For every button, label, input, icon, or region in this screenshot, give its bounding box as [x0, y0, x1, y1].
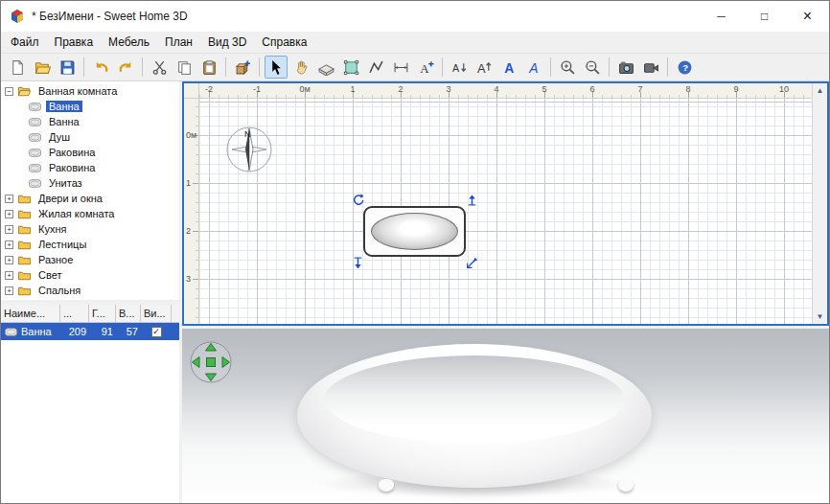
column-header-4[interactable]: Ви...	[141, 305, 172, 322]
toolbar-create-rooms-button[interactable]	[339, 56, 362, 79]
vertical-ruler: 0м123	[184, 99, 199, 324]
tree-folder-5[interactable]: +Разное	[5, 252, 179, 267]
menu-item-1[interactable]: Правка	[47, 33, 102, 52]
toolbar-decrease-text-size-button[interactable]: A	[448, 56, 471, 79]
h-ruler-label: 8	[685, 84, 690, 94]
expand-icon[interactable]: +	[5, 225, 13, 234]
plan-view[interactable]: -2-10м12345678910 0м123 N	[182, 81, 829, 326]
toolbar-pan-button[interactable]	[289, 56, 312, 79]
expand-icon[interactable]: +	[5, 271, 13, 280]
toolbar-create-video-button[interactable]	[639, 56, 662, 79]
column-header-2[interactable]: Г...	[89, 305, 116, 322]
table-row-0[interactable]: Ванна2099157✓	[1, 323, 179, 340]
expand-icon[interactable]: +	[5, 195, 13, 203]
tree-item-0-5[interactable]: Унитаз	[5, 175, 179, 191]
menu-item-3[interactable]: План	[157, 33, 200, 52]
svg-text:?: ?	[682, 62, 688, 73]
menu-item-4[interactable]: Вид 3D	[200, 33, 254, 52]
close-button[interactable]: ×	[786, 1, 829, 32]
toolbar-italic-button[interactable]: A	[522, 56, 545, 79]
title-bar: * БезИмени - Sweet Home 3D ─ □ ×	[1, 1, 829, 32]
tree-folder-label: Свет	[35, 269, 64, 281]
menu-item-0[interactable]: Файл	[3, 33, 47, 52]
3d-navigation-control[interactable]	[189, 340, 233, 384]
toolbar-new-home-button[interactable]	[6, 56, 29, 79]
plan-bathtub[interactable]	[363, 206, 466, 257]
cut-icon	[151, 59, 168, 76]
tree-folder-1[interactable]: +Двери и окна	[5, 191, 179, 206]
toolbar-create-texts-button[interactable]: A	[414, 56, 437, 79]
tree-folder-2[interactable]: +Жилая комната	[5, 206, 179, 221]
column-header-1[interactable]: ...	[60, 305, 89, 322]
app-window: * БезИмени - Sweet Home 3D ─ □ × ФайлПра…	[0, 0, 830, 504]
h-ruler-label: 10	[779, 84, 789, 94]
toolbar-zoom-in-button[interactable]	[556, 56, 579, 79]
toolbar-copy-button[interactable]	[173, 56, 196, 79]
height-indicator-icon[interactable]	[352, 257, 364, 269]
3d-view[interactable]	[182, 329, 829, 503]
toolbar-save-button[interactable]	[56, 56, 79, 79]
v-ruler-label: 1	[186, 178, 191, 188]
toolbar-increase-text-size-button[interactable]: A	[473, 56, 496, 79]
column-header-0[interactable]: Наиме...	[1, 305, 60, 322]
toolbar-bold-button[interactable]: A	[497, 56, 520, 79]
svg-text:A: A	[477, 60, 486, 75]
maximize-button[interactable]: □	[743, 1, 786, 32]
minimize-button[interactable]: ─	[700, 1, 743, 32]
toolbar-create-dimensions-button[interactable]	[389, 56, 412, 79]
create-rooms-icon	[343, 59, 359, 76]
folder-icon	[17, 192, 32, 206]
add-furniture-icon	[235, 59, 251, 76]
toolbar-create-walls-button[interactable]	[314, 56, 337, 79]
furniture-thumb-icon	[28, 146, 42, 160]
elevation-indicator-icon[interactable]	[466, 194, 478, 206]
left-panel: −Ванная комнатаВаннаВаннаДушРаковинаРако…	[1, 81, 179, 503]
compass[interactable]: N	[223, 124, 275, 175]
plan-vertical-scrollbar[interactable]: ▲ ▼	[812, 83, 827, 324]
menu-item-5[interactable]: Справка	[254, 33, 314, 52]
toolbar-select-button[interactable]	[265, 56, 288, 79]
expand-icon[interactable]: +	[5, 241, 13, 249]
expand-icon[interactable]: +	[5, 286, 13, 295]
rotate-indicator-icon[interactable]	[352, 194, 364, 206]
tree-folder-label: Кухня	[35, 223, 69, 235]
zoom-out-icon	[585, 59, 601, 76]
resize-indicator-icon[interactable]	[466, 257, 478, 269]
tree-item-0-3[interactable]: Раковина	[5, 145, 179, 160]
collapse-icon[interactable]: −	[5, 87, 13, 96]
tree-folder-4[interactable]: +Лестницы	[5, 237, 179, 252]
tree-folder-0[interactable]: −Ванная комната	[5, 83, 179, 99]
column-header-3[interactable]: В...	[116, 305, 141, 322]
toolbar-open-button[interactable]	[31, 56, 54, 79]
visible-checkbox[interactable]: ✓	[151, 327, 162, 337]
expand-icon[interactable]: +	[5, 256, 13, 264]
toolbar-separator	[83, 57, 84, 77]
tree-item-label: Унитаз	[46, 177, 85, 189]
toolbar-create-polylines-button[interactable]	[364, 56, 387, 79]
tree-item-0-0[interactable]: Ванна	[5, 99, 179, 114]
plan-canvas[interactable]: N	[199, 99, 812, 324]
tree-item-0-4[interactable]: Раковина	[5, 160, 179, 175]
toolbar-cut-button[interactable]	[148, 56, 171, 79]
bathtub-basin	[371, 213, 458, 250]
toolbar-paste-button[interactable]	[197, 56, 220, 79]
toolbar-add-furniture-button[interactable]	[231, 56, 254, 79]
scrollbar-track[interactable]	[813, 98, 827, 309]
svg-text:A: A	[504, 59, 514, 75]
scroll-up-icon[interactable]: ▲	[813, 83, 827, 98]
tree-folder-7[interactable]: +Спальня	[5, 283, 179, 298]
tree-folder-3[interactable]: +Кухня	[5, 221, 179, 237]
save-icon	[59, 59, 76, 76]
toolbar-redo-button[interactable]	[114, 56, 137, 79]
menu-item-2[interactable]: Мебель	[101, 33, 157, 52]
toolbar-help-button[interactable]: ?	[673, 56, 696, 79]
toolbar-zoom-out-button[interactable]	[581, 56, 604, 79]
tree-item-0-1[interactable]: Ванна	[5, 114, 179, 129]
toolbar-undo-button[interactable]	[89, 56, 112, 79]
scroll-down-icon[interactable]: ▼	[813, 309, 827, 324]
open-icon	[35, 59, 51, 76]
expand-icon[interactable]: +	[5, 210, 13, 218]
tree-folder-6[interactable]: +Свет	[5, 267, 179, 283]
tree-item-0-2[interactable]: Душ	[5, 129, 179, 145]
toolbar-create-photo-button[interactable]	[614, 56, 637, 79]
